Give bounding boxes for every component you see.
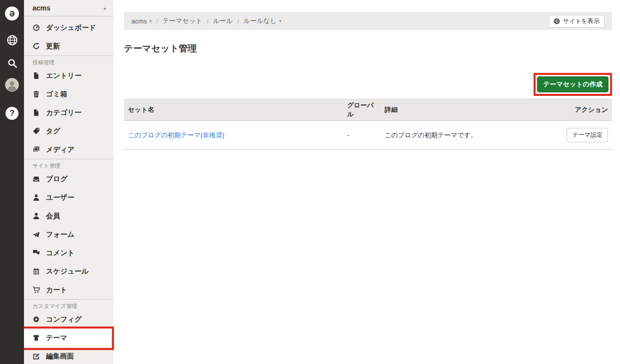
sidebar-item-config[interactable]: コンフィグ <box>24 310 113 329</box>
sidebar-item-label: コメント <box>46 249 74 258</box>
dashboard-icon <box>32 24 40 31</box>
search-icon[interactable] <box>6 57 18 69</box>
sidebar-item-dashboard[interactable]: ダッシュボード <box>24 18 113 37</box>
breadcrumb-label: ルールなし <box>244 16 277 25</box>
main-content: acms▾/テーマセット/ルール/ルールなし▾ サイトを表示 テーマセット管理 … <box>113 0 620 364</box>
sidebar-item-label: 編集画面 <box>46 352 74 361</box>
breadcrumb-label: テーマセット <box>162 16 202 25</box>
tag-icon <box>32 127 40 135</box>
avatar[interactable] <box>5 78 19 92</box>
sidebar-item-label: カテゴリー <box>46 108 81 117</box>
column-header-1: グローバル <box>343 99 381 121</box>
sidebar-item-category[interactable]: カテゴリー <box>24 103 113 122</box>
themeset-detail-cell: このブログの初期テーマです。 <box>381 121 552 150</box>
themeset-table: セット名グローバル詳細アクション このブログの初期テーマ(非推奨)-このブログの… <box>124 99 612 150</box>
chevron-down-icon: ▾ <box>279 18 282 23</box>
themeset-name-link[interactable]: このブログの初期テーマ(非推奨) <box>128 131 224 139</box>
sidebar-item-edit-screen[interactable]: 編集画面 <box>24 347 113 364</box>
sidebar-item-label: コンフィグ <box>46 315 82 324</box>
sidebar-item-update[interactable]: 更新 <box>24 37 113 55</box>
sidebar-item-theme[interactable]: テーマ <box>24 329 113 347</box>
breadcrumb-separator: / <box>156 17 158 25</box>
sidebar-item-label: テーマ <box>46 334 67 343</box>
breadcrumb-bar: acms▾/テーマセット/ルール/ルールなし▾ サイトを表示 <box>124 12 612 30</box>
page-title: テーマセット管理 <box>124 43 612 54</box>
sidebar-item-entry[interactable]: エントリー <box>24 66 113 85</box>
sidebar-item-comment[interactable]: コメント <box>24 244 113 262</box>
theme-settings-button[interactable]: テーマ設定 <box>567 128 608 142</box>
breadcrumb-separator: / <box>237 17 239 25</box>
schedule-icon <box>32 268 40 275</box>
table-row: このブログの初期テーマ(非推奨)-このブログの初期テーマです。テーマ設定 <box>124 121 612 150</box>
category-icon <box>32 109 40 116</box>
breadcrumb: acms▾/テーマセット/ルール/ルールなし▾ <box>131 16 549 25</box>
user-icon <box>32 194 40 201</box>
sidebar-item-label: ダッシュボード <box>46 23 96 32</box>
breadcrumb-item-2[interactable]: ルール <box>213 16 233 25</box>
sidebar-item-trash[interactable]: ゴミ箱 <box>24 85 113 103</box>
sidebar-item-label: 会員 <box>46 212 60 221</box>
chevron-right-icon: ▸ <box>104 5 106 11</box>
sidebar-item-blog[interactable]: ブログ <box>24 170 113 188</box>
acms-logo[interactable]: ə <box>5 6 19 20</box>
cart-icon <box>32 286 40 294</box>
sidebar-item-label: カート <box>46 286 67 295</box>
breadcrumb-label: ルール <box>213 16 233 25</box>
actions-row: テーマセットの作成 <box>124 73 612 96</box>
sidebar-item-label: ブログ <box>46 175 67 184</box>
sidebar-item-label: タグ <box>46 127 60 136</box>
breadcrumb-item-1[interactable]: テーマセット <box>162 16 202 25</box>
entry-icon <box>32 72 40 79</box>
sidebar-item-cart[interactable]: カート <box>24 281 113 299</box>
table-header-row: セット名グローバル詳細アクション <box>124 99 612 121</box>
sidebar-item-label: ゴミ箱 <box>46 90 67 99</box>
refresh-icon <box>32 42 40 50</box>
help-icon[interactable]: ? <box>5 107 18 120</box>
config-icon <box>32 316 40 323</box>
column-header-2: 詳細 <box>381 99 552 121</box>
sidebar-item-tag[interactable]: タグ <box>24 122 113 140</box>
sidebar-blog-name: acms <box>32 4 50 12</box>
media-icon <box>32 146 40 153</box>
themeset-global-cell: - <box>343 121 381 150</box>
column-header-3: アクション <box>552 99 612 121</box>
create-themeset-button[interactable]: テーマセットの作成 <box>537 76 609 92</box>
comment-icon <box>32 249 40 257</box>
sidebar-item-form[interactable]: フォーム <box>24 225 113 244</box>
sidebar-blog-switcher[interactable]: acms ▸ <box>24 0 113 16</box>
sidebar-item-user[interactable]: ユーザー <box>24 188 113 207</box>
blog-icon <box>32 175 40 183</box>
form-icon <box>32 231 40 238</box>
theme-icon <box>32 334 40 342</box>
breadcrumb-item-3[interactable]: ルールなし▾ <box>244 16 282 25</box>
breadcrumb-item-0[interactable]: acms▾ <box>131 17 152 25</box>
app-window: ə ? acms ▸ ダッシュボード更新投稿管理エントリーゴミ箱カテゴリータグメ… <box>0 0 620 364</box>
sidebar-section-label: サイト管理 <box>24 159 113 170</box>
sidebar-item-label: ユーザー <box>46 193 74 202</box>
sidebar-item-member[interactable]: 会員 <box>24 207 113 225</box>
view-site-label: サイトを表示 <box>563 17 600 25</box>
sidebar: acms ▸ ダッシュボード更新投稿管理エントリーゴミ箱カテゴリータグメディアサ… <box>24 0 113 364</box>
sidebar-item-media[interactable]: メディア <box>24 140 113 159</box>
sidebar-menu: ダッシュボード更新投稿管理エントリーゴミ箱カテゴリータグメディアサイト管理ブログ… <box>24 16 113 364</box>
sidebar-item-label: フォーム <box>46 230 74 239</box>
sidebar-item-label: メディア <box>46 145 74 154</box>
help-glyph: ? <box>9 108 14 118</box>
trash-icon <box>32 90 40 98</box>
view-site-button[interactable]: サイトを表示 <box>549 15 605 27</box>
app-rail: ə ? <box>0 0 24 364</box>
sidebar-section-label: カスタマイズ管理 <box>24 300 113 310</box>
acms-logo-glyph: ə <box>9 8 14 18</box>
sidebar-item-label: エントリー <box>46 71 81 80</box>
globe-icon[interactable] <box>6 34 18 46</box>
sidebar-item-label: 更新 <box>46 42 60 51</box>
edit-icon <box>32 353 40 360</box>
column-header-0: セット名 <box>124 99 343 121</box>
annotation-create-themeset: テーマセットの作成 <box>534 73 612 96</box>
sidebar-item-schedule[interactable]: スケジュール <box>24 262 113 281</box>
globe-small-icon <box>554 18 560 24</box>
sidebar-item-label: スケジュール <box>46 267 89 276</box>
member-icon <box>32 212 40 220</box>
breadcrumb-separator: / <box>207 17 209 25</box>
breadcrumb-label: acms <box>131 17 147 25</box>
